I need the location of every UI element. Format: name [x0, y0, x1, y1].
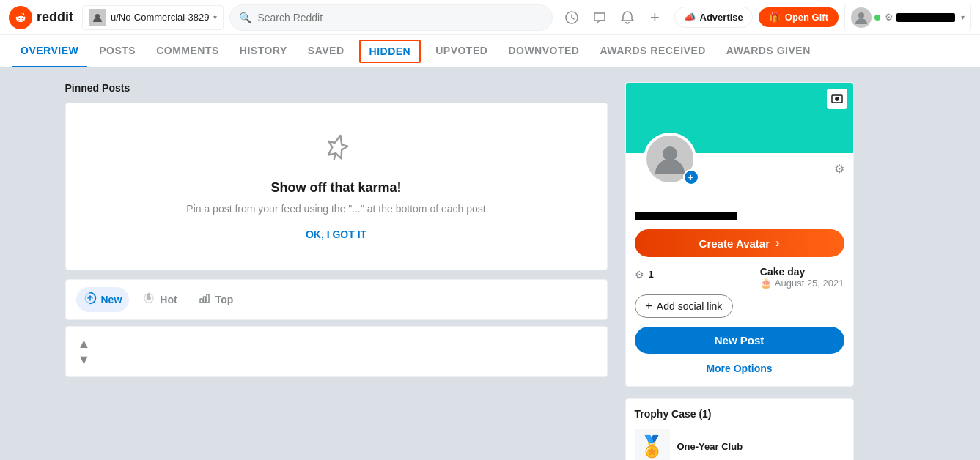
karma-row: ⚙ 1	[635, 269, 654, 281]
search-icon: 🔍	[239, 12, 251, 23]
tab-posts[interactable]: POSTS	[90, 35, 144, 67]
sort-top-button[interactable]: Top	[191, 287, 241, 312]
advertise-megaphone-icon: 📣	[684, 12, 696, 23]
create-avatar-arrow-icon: ›	[775, 237, 779, 250]
user-dropdown[interactable]: u/No-Commercial-3829 ▾	[82, 5, 224, 30]
top-navigation: reddit u/No-Commercial-3829 ▾ 🔍	[0, 0, 980, 35]
cake-day-date: 🎂 August 25, 2021	[760, 278, 844, 289]
online-status-dot	[874, 15, 880, 21]
new-post-button[interactable]: New Post	[635, 327, 844, 354]
pin-icon	[317, 130, 355, 172]
pinned-card: Show off that karma! Pin a post from you…	[65, 103, 608, 270]
pinned-posts-header: Pinned Posts	[65, 82, 608, 94]
top-sort-icon	[198, 292, 211, 308]
tab-comments[interactable]: COMMENTS	[147, 35, 228, 67]
post-placeholder-card: ▲ ▼	[65, 326, 608, 377]
profile-card: + ⚙ Create Avatar › ⚙ 1 Cake day	[625, 82, 854, 387]
left-panel: Pinned Posts Show off that karma! Pin a …	[65, 82, 608, 460]
tab-upvoted[interactable]: UPVOTED	[427, 35, 496, 67]
user-avatar-small	[89, 9, 106, 26]
main-content: Pinned Posts Show off that karma! Pin a …	[51, 82, 930, 460]
right-panel: + ⚙ Create Avatar › ⚙ 1 Cake day	[625, 82, 854, 460]
profile-tabs: OVERVIEW POSTS COMMENTS HISTORY SAVED HI…	[0, 35, 980, 67]
avatar-add-button[interactable]: +	[683, 169, 699, 185]
karma-gear-icon: ⚙	[635, 269, 644, 281]
tab-history[interactable]: HISTORY	[231, 35, 296, 67]
search-input[interactable]	[257, 12, 542, 23]
sort-bar: New Hot Top	[65, 279, 608, 320]
dropdown-chevron-icon: ▾	[213, 13, 217, 21]
open-gift-button[interactable]: 🎁 Open Gift	[759, 7, 839, 27]
tab-saved[interactable]: SAVED	[299, 35, 353, 67]
profile-nav-username-blacked	[896, 13, 955, 22]
profile-username-blacked	[635, 212, 737, 220]
cake-day-label: Cake day	[760, 266, 844, 278]
profile-settings-gear-icon[interactable]: ⚙	[834, 162, 844, 176]
add-social-link-button[interactable]: + Add social link	[635, 294, 734, 318]
create-avatar-button[interactable]: Create Avatar ›	[635, 229, 844, 257]
svg-rect-6	[200, 299, 202, 303]
sort-new-button[interactable]: New	[76, 287, 130, 312]
gear-small-icon: ⚙	[885, 12, 894, 23]
banner-add-image-button[interactable]	[827, 89, 847, 109]
advertise-button[interactable]: 📣 Advertise	[674, 7, 753, 28]
profile-nav-chevron: ▾	[961, 13, 965, 21]
plus-social-icon: +	[646, 300, 652, 313]
tab-hidden[interactable]: HIDDEN	[359, 40, 421, 63]
profile-nav-area[interactable]: ⚙ ▾	[844, 4, 971, 31]
trophy-case-title: Trophy Case (1)	[635, 408, 844, 420]
username-label: u/No-Commercial-3829	[111, 12, 209, 23]
gift-icon: 🎁	[769, 12, 781, 23]
hot-sort-icon	[142, 292, 155, 308]
pinned-card-description: Pin a post from your feed using the "...…	[186, 201, 485, 217]
trophy-name: One-Year Club	[677, 441, 743, 452]
profile-nav-avatar	[851, 7, 872, 28]
nav-icons-area: +	[559, 4, 668, 31]
new-sort-icon	[84, 292, 97, 308]
tab-overview[interactable]: OVERVIEW	[12, 35, 87, 67]
cake-icon: 🎂	[760, 278, 772, 289]
cake-day-area: Cake day 🎂 August 25, 2021	[760, 266, 844, 289]
svg-rect-7	[203, 297, 205, 303]
more-options-link[interactable]: More Options	[635, 360, 844, 377]
tab-awards-given[interactable]: AWARDS GIVEN	[718, 35, 819, 67]
trophy-case-card: Trophy Case (1) 🏅 One-Year Club	[625, 398, 854, 460]
karma-count: 1	[649, 269, 654, 280]
trophy-icon: 🏅	[635, 429, 670, 460]
notifications-icon-btn[interactable]	[614, 4, 641, 31]
logo-text: reddit	[37, 10, 73, 25]
chat-icon-btn[interactable]	[586, 4, 613, 31]
reddit-logo-icon	[9, 6, 32, 29]
profile-card-body: + ⚙ Create Avatar › ⚙ 1 Cake day	[626, 153, 853, 386]
plus-icon-btn[interactable]: +	[642, 4, 668, 31]
profile-stats: ⚙ 1 Cake day 🎂 August 25, 2021	[635, 266, 844, 289]
search-bar[interactable]: 🔍	[229, 4, 552, 31]
tab-awards-received[interactable]: AWARDS RECEIVED	[591, 35, 714, 67]
upvote-arrow-icon[interactable]: ▲	[78, 337, 91, 350]
vote-column: ▲ ▼	[78, 337, 91, 366]
trending-icon-btn[interactable]	[559, 4, 585, 31]
tab-downvoted[interactable]: DOWNVOTED	[499, 35, 588, 67]
svg-point-3	[858, 12, 864, 18]
logo-area[interactable]: reddit	[9, 6, 73, 29]
pinned-card-title: Show off that karma!	[270, 180, 401, 196]
sort-hot-button[interactable]: Hot	[135, 287, 184, 312]
profile-avatar-area: +	[644, 133, 696, 185]
trophy-item: 🏅 One-Year Club	[635, 429, 844, 460]
downvote-arrow-icon[interactable]: ▼	[78, 353, 91, 366]
ok-got-it-link[interactable]: OK, I GOT IT	[306, 229, 366, 240]
svg-rect-8	[207, 294, 209, 303]
